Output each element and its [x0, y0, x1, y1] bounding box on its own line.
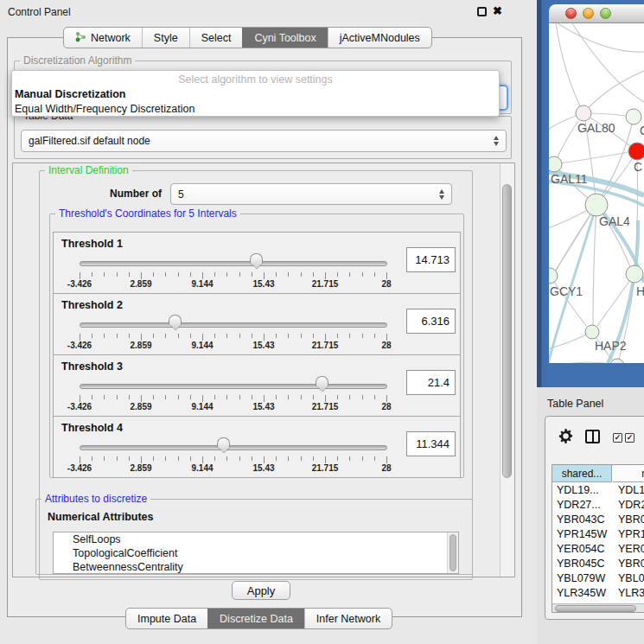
- tick-mark: [349, 272, 350, 277]
- tab-label: jActiveMNodules: [340, 32, 420, 44]
- network-edge[interactable]: [549, 362, 644, 363]
- slider-track[interactable]: [80, 445, 387, 450]
- network-node-h[interactable]: [626, 265, 643, 283]
- table-row[interactable]: YER054CYER0: [552, 541, 644, 556]
- checkbox-icon[interactable]: ✓: [625, 433, 634, 443]
- tab-style[interactable]: Style: [142, 28, 189, 48]
- slider-track[interactable]: [80, 322, 387, 328]
- tab-infer-network[interactable]: Infer Network: [304, 609, 392, 628]
- slider-thumb-threshold-4[interactable]: [217, 437, 230, 448]
- checkbox-icon[interactable]: ✓: [613, 433, 622, 443]
- mac-zoom-button[interactable]: [600, 8, 611, 19]
- network-edge[interactable]: [550, 276, 587, 327]
- tab-network[interactable]: Network: [64, 28, 142, 48]
- node-label: GCY1: [550, 284, 583, 298]
- network-edge[interactable]: [558, 23, 644, 52]
- table-row[interactable]: YBL079WYBL0: [552, 571, 644, 585]
- table-cell: YDR27...: [552, 499, 612, 511]
- table-row[interactable]: YLR345WYLR3: [552, 585, 644, 600]
- attribute-item-betweennesscentrality[interactable]: BetweennessCentrality: [54, 560, 458, 574]
- tab-label: Select: [201, 32, 232, 44]
- table-row[interactable]: YDR27...YDR2: [552, 497, 644, 512]
- close-panel-icon[interactable]: ✖: [493, 4, 502, 17]
- table-hscrollbar-thumb[interactable]: [555, 605, 636, 612]
- tick-label: 9.144: [191, 402, 213, 411]
- table-row[interactable]: YPR145WYPR1: [552, 526, 644, 541]
- option-equal-width-frequency-discretization[interactable]: Equal Width/Frequency Discretization: [12, 102, 499, 117]
- tab-jactivemnodules[interactable]: jActiveMNodules: [328, 28, 431, 48]
- algorithm-prompt-option[interactable]: Select algorithm to view settings: [12, 71, 499, 87]
- network-node-gal4[interactable]: [585, 194, 608, 216]
- tick-mark: [264, 334, 265, 341]
- network-node-gal11[interactable]: [549, 156, 562, 172]
- mac-minimize-button[interactable]: [583, 8, 594, 19]
- threshold-label: Threshold 2: [61, 299, 123, 311]
- apply-button[interactable]: Apply: [232, 581, 290, 600]
- table-row[interactable]: YBR043CYBR0: [552, 512, 644, 526]
- tick-mark: [117, 456, 118, 461]
- table-cell: YBR0: [612, 513, 644, 526]
- threshold-panel-3: Threshold 3-3.4262.8599.14415.4321.71528…: [53, 354, 461, 417]
- attribute-item-topologicalcoefficient[interactable]: TopologicalCoefficient: [54, 546, 458, 560]
- tick-mark: [202, 334, 203, 341]
- tab-impute-data[interactable]: Impute Data: [126, 609, 207, 628]
- threshold-4-value-field[interactable]: 11.344: [406, 431, 456, 456]
- tab-discretize-data[interactable]: Discretize Data: [207, 609, 304, 628]
- tick-label: 21.715: [312, 341, 339, 350]
- network-node-hap2[interactable]: [585, 325, 599, 339]
- slider-thumb-threshold-2[interactable]: [169, 315, 182, 325]
- threshold-2-value-field[interactable]: 6.316: [406, 309, 456, 334]
- tick-label: 15.43: [252, 341, 274, 350]
- tick-mark: [313, 334, 314, 338]
- tab-cyni-toolbox[interactable]: Cyni Toolbox: [242, 28, 327, 48]
- column-layout-icon[interactable]: [585, 430, 600, 443]
- tick-mark: [190, 334, 191, 338]
- table-panel-title: Table Panel: [547, 398, 603, 410]
- threshold-panel-1: Threshold 1-3.4262.8599.14415.4321.71528…: [53, 232, 461, 294]
- tick-mark: [190, 456, 191, 461]
- network-window-titlebar[interactable]: [549, 4, 644, 23]
- mac-close-button[interactable]: [565, 8, 577, 19]
- tab-label: Style: [154, 32, 178, 44]
- settings-scrollbar-thumb[interactable]: [502, 184, 512, 478]
- slider-track[interactable]: [80, 261, 387, 266]
- gear-icon[interactable]: [558, 428, 574, 444]
- number-of-intervals-combobox[interactable]: 5: [170, 183, 452, 205]
- float-window-icon[interactable]: [477, 7, 487, 16]
- threshold-3-value-field[interactable]: 21.4: [406, 370, 456, 395]
- table-cell: YBL079W: [552, 572, 612, 584]
- table-row[interactable]: YDL19...YDL1: [552, 482, 644, 497]
- tick-mark: [226, 272, 227, 277]
- network-view-window: GAL80GCGAL11GAL4GCY1HHAP2: [537, 0, 644, 387]
- slider-thumb-threshold-1[interactable]: [250, 253, 263, 264]
- tab-select[interactable]: Select: [189, 28, 243, 48]
- network-canvas[interactable]: GAL80GCGAL11GAL4GCY1HHAP2: [549, 23, 644, 363]
- tick-mark: [301, 272, 302, 277]
- network-node-c[interactable]: [628, 143, 644, 160]
- settings-vertical-scrollbar[interactable]: [500, 163, 514, 577]
- table-horizontal-scrollbar[interactable]: [552, 603, 644, 613]
- network-node-gal80[interactable]: [576, 105, 591, 121]
- list-scrollbar-thumb[interactable]: [450, 534, 456, 571]
- threshold-1-value-field[interactable]: 14.713: [406, 247, 456, 272]
- tick-mark: [226, 395, 227, 399]
- table-row[interactable]: YBR045CYBR0: [552, 556, 644, 571]
- table-cell: YLR3: [612, 587, 644, 599]
- network-node-g[interactable]: [626, 109, 641, 124]
- network-edge[interactable]: [556, 23, 583, 113]
- list-scrollbar[interactable]: [447, 532, 458, 573]
- network-edge[interactable]: [593, 205, 596, 325]
- column-header-name[interactable]: na: [613, 465, 644, 482]
- option-manual-discretization[interactable]: Manual Discretization: [12, 87, 499, 102]
- thresholds-group-label: Threshold's Coordinates for 5 Intervals: [55, 207, 240, 220]
- slider-thumb-threshold-3[interactable]: [316, 376, 328, 386]
- tick-label: 2.859: [130, 341, 151, 350]
- tick-label: -3.426: [67, 279, 92, 289]
- slider-track[interactable]: [80, 384, 387, 389]
- tick-mark: [264, 272, 265, 279]
- attribute-item-selfloops[interactable]: SelfLoops: [54, 532, 458, 546]
- tick-mark: [214, 456, 215, 461]
- table-data-combobox[interactable]: galFiltered.sif default node: [21, 130, 507, 152]
- column-header-shared-name[interactable]: shared...: [552, 465, 612, 482]
- screen: Control Panel ✖ NetworkStyleSelectCyni T…: [0, 0, 644, 644]
